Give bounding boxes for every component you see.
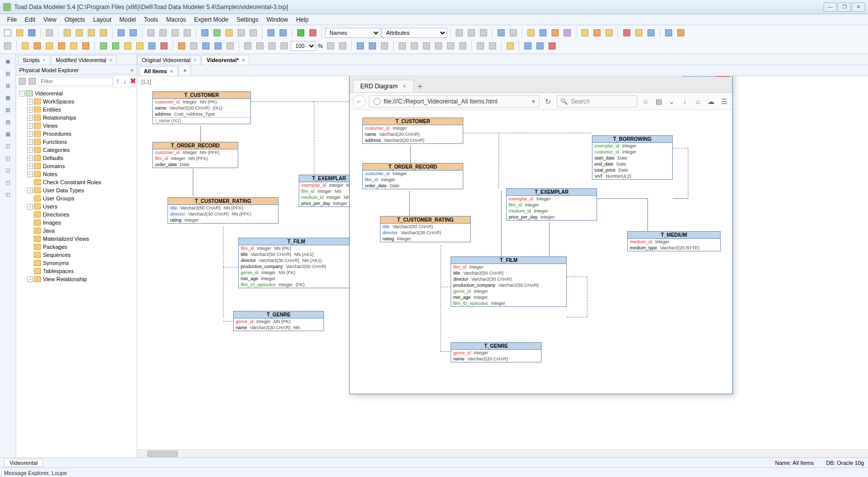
- diagram-canvas[interactable]: [1,1] T_CUSTOMER customer_idIntegerNN (P…: [137, 76, 868, 457]
- chat-icon[interactable]: ☁: [706, 96, 716, 107]
- canvas-hscroll[interactable]: [137, 449, 868, 457]
- gutter-btn[interactable]: ▧: [3, 104, 13, 115]
- menu-expert[interactable]: Expert Mode: [190, 15, 233, 24]
- image-tool-icon[interactable]: [212, 40, 224, 51]
- layout2-icon[interactable]: [367, 40, 378, 51]
- minimize-button[interactable]: —: [824, 3, 837, 12]
- tree-item[interactable]: +Procedures: [16, 130, 137, 138]
- doc-tab-original[interactable]: Original Videorental×: [137, 55, 201, 65]
- gen-pdf-icon[interactable]: [645, 27, 657, 38]
- detail-icon[interactable]: [236, 27, 247, 38]
- erd-order[interactable]: T_ORDER_RECORD customer_idInteger film_i…: [362, 163, 463, 189]
- align-c-icon[interactable]: [409, 40, 420, 51]
- list-mode-icon[interactable]: [28, 76, 36, 87]
- erd-genre[interactable]: T_GENRE genre_idInteger nameVarchar2(20 …: [451, 342, 541, 362]
- zoom-out-icon[interactable]: [254, 40, 265, 51]
- subtab-allitems[interactable]: All Items×: [139, 66, 178, 76]
- tree-item[interactable]: +Categories: [16, 146, 137, 154]
- tree-item[interactable]: +User Data Types: [16, 186, 137, 194]
- rel5-tool-icon[interactable]: [80, 40, 91, 51]
- zoom-lock-icon[interactable]: [325, 40, 336, 51]
- doc-tab-videorental[interactable]: Videorental*×: [202, 55, 249, 65]
- browser-minimize[interactable]: —: [683, 76, 698, 77]
- snap-icon[interactable]: [466, 27, 477, 38]
- tree-item[interactable]: Tablespaces: [16, 267, 137, 275]
- proc-tool-icon[interactable]: [122, 40, 133, 51]
- tree-item[interactable]: Images: [16, 219, 137, 227]
- grid4-icon[interactable]: [547, 40, 558, 51]
- menu-help[interactable]: Help: [292, 15, 313, 24]
- report-icon[interactable]: [211, 27, 223, 38]
- undo-icon[interactable]: [116, 27, 127, 38]
- stamp-tool-icon[interactable]: [188, 40, 199, 51]
- tree-item[interactable]: +Functions: [16, 138, 137, 146]
- close-icon[interactable]: ×: [242, 58, 245, 63]
- entity-genre[interactable]: T_GENRE genre_idIntegerNN (PK) nameVarch…: [233, 311, 324, 331]
- menu-settings[interactable]: Settings: [233, 15, 262, 24]
- rel-tool-icon[interactable]: [32, 40, 43, 51]
- new-file-icon[interactable]: [2, 27, 13, 38]
- toolkit-icon[interactable]: [44, 27, 55, 38]
- gutter-btn[interactable]: ▩: [3, 129, 13, 139]
- close-icon[interactable]: ×: [131, 67, 134, 73]
- rel3-tool-icon[interactable]: [56, 40, 67, 51]
- filter-input[interactable]: [38, 77, 113, 86]
- user1-icon[interactable]: [663, 27, 674, 38]
- reverse-icon[interactable]: [307, 27, 318, 38]
- star-icon[interactable]: ☆: [640, 96, 650, 107]
- view-tool-icon[interactable]: [98, 40, 109, 51]
- grid2-icon[interactable]: [522, 40, 533, 51]
- note-icon[interactable]: [550, 27, 561, 38]
- view-icon[interactable]: [496, 27, 507, 38]
- gen-ddl2-icon[interactable]: [621, 27, 632, 38]
- browser-content[interactable]: T_CUSTOMER customer_idInteger nameVarcha…: [350, 110, 732, 394]
- func-tool-icon[interactable]: [134, 40, 145, 51]
- layout3-icon[interactable]: [379, 40, 390, 51]
- align-m-icon[interactable]: [445, 40, 456, 51]
- gutter-btn[interactable]: ▥: [3, 80, 13, 90]
- maximize-button[interactable]: ❐: [838, 3, 851, 12]
- redo-icon[interactable]: [128, 27, 139, 38]
- run-icon[interactable]: [295, 27, 306, 38]
- tree-item[interactable]: +Defaults: [16, 154, 137, 162]
- menu-view[interactable]: View: [39, 15, 61, 24]
- db-add-icon[interactable]: [74, 27, 85, 38]
- nav-up-icon[interactable]: ↑: [115, 76, 120, 87]
- tree-item[interactable]: +Domains: [16, 162, 137, 170]
- hamburger-icon[interactable]: ☰: [719, 96, 729, 107]
- browser-menu-edit[interactable]: Edit: [370, 76, 389, 77]
- display-mode-select[interactable]: Names: [325, 28, 381, 38]
- cat-tool-icon[interactable]: [200, 40, 211, 51]
- loupe-icon[interactable]: [337, 40, 348, 51]
- tree-root[interactable]: −Videorental: [16, 89, 137, 97]
- browser-maximize[interactable]: ❐: [699, 76, 714, 77]
- dist-v-icon[interactable]: [487, 40, 498, 51]
- home-icon[interactable]: ⌂: [693, 96, 703, 107]
- menu-model[interactable]: Model: [116, 15, 140, 24]
- erd-film[interactable]: T_FILM film_idInteger titleVarchar2(50 C…: [451, 256, 567, 307]
- seq-tool-icon[interactable]: [158, 40, 170, 51]
- model-name[interactable]: Videorental: [4, 459, 43, 467]
- menu-tools[interactable]: Tools: [140, 15, 162, 24]
- verify-icon[interactable]: [224, 27, 235, 38]
- trig-tool-icon[interactable]: [146, 40, 157, 51]
- erd-borrowing[interactable]: T_BORROWING exemplar_idInteger customer_…: [592, 135, 673, 180]
- zoom-value[interactable]: 100: [291, 41, 316, 51]
- tree-item[interactable]: +Entities: [16, 105, 137, 114]
- doc-tab-scripts[interactable]: Scripts×: [18, 55, 50, 65]
- user2-icon[interactable]: [675, 27, 686, 38]
- gutter-btn[interactable]: ◱: [3, 153, 13, 163]
- zoom-in-icon[interactable]: [242, 40, 253, 51]
- expand-icon[interactable]: [265, 27, 277, 38]
- nav-down-icon[interactable]: ↓: [122, 76, 127, 87]
- gen-html-icon[interactable]: [633, 27, 644, 38]
- library-icon[interactable]: ▤: [654, 96, 664, 107]
- style1-icon[interactable]: [579, 27, 590, 38]
- grid3-icon[interactable]: [534, 40, 546, 51]
- tree-item[interactable]: User Groups: [16, 194, 137, 202]
- code-gen-icon[interactable]: [199, 27, 210, 38]
- browser-window[interactable]: — ❐ ✕ File Edit View History Bookmarks T…: [349, 76, 733, 394]
- tree-item[interactable]: +Views: [16, 122, 137, 130]
- dropdown-icon[interactable]: ▾: [532, 98, 535, 105]
- save-file-icon[interactable]: [26, 27, 37, 38]
